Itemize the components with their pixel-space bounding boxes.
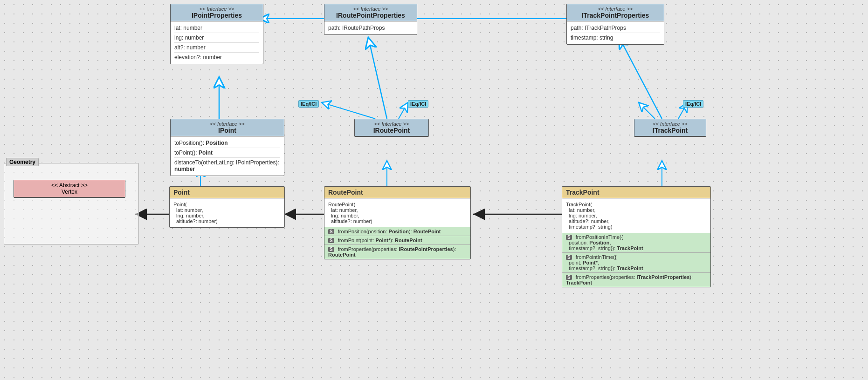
svg-line-5 xyxy=(619,37,662,119)
route-point-header: RoutePoint xyxy=(324,187,470,198)
ipoint-name: IPoint xyxy=(174,127,280,134)
itrack-point-box: << Interface >> ITrackPoint xyxy=(634,119,706,137)
svg-line-8 xyxy=(639,102,655,119)
vertex-header: << Abstract >> Vertex xyxy=(14,180,125,197)
iroute-point-header: << Interface >> IRoutePoint xyxy=(355,119,428,136)
point-header: Point xyxy=(170,187,284,198)
ipoint-field-2: distanceTo(otherLatLng: IPointProperties… xyxy=(174,158,280,174)
route-point-static-1: S fromPoint(point: Point*): RoutePoint xyxy=(324,236,470,245)
track-point-constructor-body: TrackPoint( lat: number, lng: number, al… xyxy=(562,198,710,233)
ieq-ici-label-3: IEq/ICI xyxy=(683,100,703,108)
route-point-static-2: S fromProperties(properties: IRoutePoint… xyxy=(324,245,470,259)
route-point-constructor-body: RoutePoint( lat: number, lng: number, al… xyxy=(324,198,470,227)
vertex-stereotype: << Abstract >> xyxy=(18,182,121,189)
track-point-static-2: S fromProperties(properties: ITrackPoint… xyxy=(562,273,710,287)
vertex-name: Vertex xyxy=(18,189,121,195)
vertex-box: << Abstract >> Vertex xyxy=(14,180,125,198)
ipoint-properties-name: IPointProperties xyxy=(174,12,259,19)
ipoint-properties-field-0: lat: number xyxy=(174,23,259,33)
iroute-point-properties-stereotype: << Interface >> xyxy=(328,6,413,12)
route-point-box: RoutePoint RoutePoint( lat: number, lng:… xyxy=(324,186,471,259)
ieq-ici-label-2: IEq/ICI xyxy=(408,100,428,108)
static-badge-1: S xyxy=(328,238,334,243)
static-badge-0: S xyxy=(328,229,334,234)
ipoint-properties-field-3: elevation?: number xyxy=(174,53,259,62)
iroute-point-properties-box: << Interface >> IRoutePointProperties pa… xyxy=(324,4,417,35)
itrack-point-name: ITrackPoint xyxy=(638,127,702,134)
iroute-point-stereotype: << Interface >> xyxy=(358,121,425,127)
route-point-name: RoutePoint xyxy=(328,189,467,196)
ieq-ici-label-1: IEq/ICI xyxy=(298,100,319,108)
itrack-point-properties-body: path: ITrackPathProps timestamp: string xyxy=(567,21,664,44)
geometry-label: Geometry xyxy=(6,158,39,166)
track-static-badge-0: S xyxy=(566,235,572,240)
itrack-point-properties-field-0: path: ITrackPathProps xyxy=(571,23,660,33)
ipoint-header: << Interface >> IPoint xyxy=(171,119,284,136)
iroute-point-properties-name: IRoutePointProperties xyxy=(328,12,413,19)
itrack-point-properties-box: << Interface >> ITrackPointProperties pa… xyxy=(566,4,664,45)
iroute-point-box: << Interface >> IRoutePoint xyxy=(354,119,429,137)
ipoint-properties-body: lat: number lng: number alt?: number ele… xyxy=(171,21,263,64)
track-point-constructor: TrackPoint( lat: number, lng: number, al… xyxy=(566,200,707,231)
svg-line-6 xyxy=(322,102,375,119)
point-body: Point( lat: number, lng: number, altitud… xyxy=(170,198,284,227)
point-box: Point Point( lat: number, lng: number, a… xyxy=(169,186,285,228)
iroute-point-properties-body: path: IRoutePathProps xyxy=(324,21,417,34)
route-point-constructor: RoutePoint( lat: number, lng: number, al… xyxy=(328,200,467,225)
ipoint-properties-stereotype: << Interface >> xyxy=(174,6,259,12)
route-point-static-0: S fromPosition(position: Position): Rout… xyxy=(324,227,470,236)
track-static-badge-1: S xyxy=(566,255,572,260)
ipoint-properties-field-1: lng: number xyxy=(174,33,259,43)
track-static-badge-2: S xyxy=(566,275,572,280)
iroute-point-properties-field-0: path: IRoutePathProps xyxy=(328,23,413,33)
itrack-point-properties-stereotype: << Interface >> xyxy=(571,6,660,12)
ipoint-body: toPosition(): Position toPoint(): Point … xyxy=(171,136,284,176)
track-point-header: TrackPoint xyxy=(562,187,710,198)
track-point-name: TrackPoint xyxy=(566,189,707,196)
ipoint-stereotype: << Interface >> xyxy=(174,121,280,127)
point-name: Point xyxy=(173,189,281,196)
ipoint-properties-field-2: alt?: number xyxy=(174,43,259,53)
ipoint-properties-header: << Interface >> IPointProperties xyxy=(171,4,263,21)
point-constructor: Point( lat: number, lng: number, altitud… xyxy=(173,200,281,225)
svg-line-4 xyxy=(368,37,387,119)
ipoint-field-1: toPoint(): Point xyxy=(174,148,280,158)
svg-line-7 xyxy=(399,102,408,119)
track-point-static-1: S fromPointInTime({ point: Point*, times… xyxy=(562,253,710,273)
track-point-static-0: S fromPositionInTime({ position: Positio… xyxy=(562,233,710,253)
ipoint-box: << Interface >> IPoint toPosition(): Pos… xyxy=(170,119,284,176)
itrack-point-properties-field-1: timestamp: string xyxy=(571,33,660,42)
track-point-box: TrackPoint TrackPoint( lat: number, lng:… xyxy=(562,186,711,287)
ipoint-field-0: toPosition(): Position xyxy=(174,138,280,148)
static-badge-2: S xyxy=(328,247,334,252)
ipoint-properties-box: << Interface >> IPointProperties lat: nu… xyxy=(170,4,263,64)
itrack-point-header: << Interface >> ITrackPoint xyxy=(634,119,706,136)
itrack-point-properties-name: ITrackPointProperties xyxy=(571,12,660,19)
iroute-point-name: IRoutePoint xyxy=(358,127,425,134)
geometry-group: Geometry << Abstract >> Vertex xyxy=(4,163,139,244)
itrack-point-stereotype: << Interface >> xyxy=(638,121,702,127)
itrack-point-properties-header: << Interface >> ITrackPointProperties xyxy=(567,4,664,21)
iroute-point-properties-header: << Interface >> IRoutePointProperties xyxy=(324,4,417,21)
